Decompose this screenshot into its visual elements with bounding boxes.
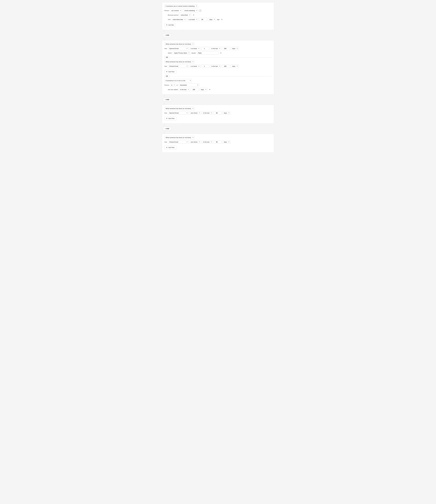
is-select[interactable]: is (170, 83, 176, 87)
subscribed-date-select[interactable]: subscribed date (171, 18, 186, 21)
because-close-btn[interactable]: ✕ (192, 14, 195, 16)
days-select-1[interactable]: days (208, 18, 216, 21)
condition-block-2: What someone has done (or not done) Has … (162, 40, 274, 95)
condition-type-select-1[interactable]: If someone can or cannot receive marketi… (164, 4, 198, 8)
and-btn-3[interactable]: + AND (163, 127, 171, 130)
time-range-select-1[interactable]: in the last (210, 47, 221, 50)
has-label-3: Has (164, 112, 167, 114)
or-btn-1[interactable]: OR (164, 56, 169, 59)
days-select-4[interactable]: days (223, 111, 230, 115)
equals-label: equals (191, 52, 196, 54)
frequency-select-4[interactable]: zero times (189, 140, 201, 144)
condition-row-2: What someone has done (or not done) (164, 42, 272, 46)
frequency-select-1[interactable]: is at least (189, 47, 200, 50)
can-receive-select[interactable]: can receive (170, 9, 182, 12)
and-connector-1: + AND (162, 34, 274, 37)
was-added-close-btn[interactable]: ✕ (208, 89, 211, 91)
added-time-select[interactable]: in the last (179, 88, 190, 91)
added-days-select[interactable]: days (200, 88, 207, 91)
filter-icon-3: ▼ (166, 117, 167, 119)
email-marketing-select[interactable]: email marketing (183, 9, 198, 12)
filter-icon-1: ▼ (166, 24, 167, 26)
frequency-select-2[interactable]: is at least (189, 64, 200, 68)
subscribed-select[interactable]: subscribed (179, 13, 191, 17)
add-filter-row-2: ▼ Add Filter (164, 69, 272, 73)
condition-type-select-2c[interactable]: If someone is in or not in a list (164, 79, 192, 82)
add-filter-row-4: ▼ Add Filter (164, 145, 272, 149)
condition-type-select-2b[interactable]: What someone has done (or not done) (164, 60, 195, 63)
condition-row-3: What someone has done (or not done) (164, 107, 272, 110)
has-opened-zero-row: Has Opened Email zero times in the last … (164, 111, 272, 115)
days-count-input-1[interactable] (199, 18, 207, 21)
frequency-select-3[interactable]: zero times (189, 111, 201, 115)
filter-icon-4: ▼ (166, 147, 167, 148)
event-select-clicked-4[interactable]: Clicked Email (168, 140, 188, 144)
condition-type-select-3[interactable]: What someone has done (or not done) (164, 107, 195, 110)
has-label-2b: Has (164, 65, 167, 67)
time-range-select-2[interactable]: in the last (210, 64, 221, 68)
condition-row-1: If someone can or cannot receive marketi… (164, 4, 272, 8)
event-select-opened[interactable]: Opened Email (168, 47, 188, 50)
equals-value-input[interactable] (197, 51, 218, 55)
add-filter-label-3: Add Filter (168, 117, 175, 119)
condition-block-4: What someone has done (or not done) Has … (162, 134, 274, 153)
has-label-2: Has (164, 48, 167, 49)
event-select-opened-3[interactable]: Opened Email (168, 111, 188, 115)
and-subscribed-row: And subscribed date is at least days ago… (168, 18, 272, 21)
days-select-3[interactable]: days (231, 64, 239, 68)
add-filter-label-1: Add filter (168, 24, 174, 26)
days-count-input-3[interactable] (222, 64, 230, 68)
condition-type-select-4[interactable]: What someone has done (or not done) (164, 136, 195, 139)
or-btn-2[interactable]: OR (164, 75, 169, 78)
time-range-select-3[interactable]: in the last (202, 111, 213, 115)
condition-row-4: What someone has done (or not done) (164, 136, 272, 139)
add-filter-btn-2[interactable]: ▼ Add Filter (164, 70, 176, 73)
add-filter-btn-3[interactable]: ▼ Add Filter (164, 117, 176, 120)
or-line-2 (169, 76, 272, 76)
info-icon-1: i (199, 9, 201, 12)
condition-row-2b: What someone has done (or not done) (164, 60, 272, 63)
person-label-1: Person (164, 10, 169, 11)
count-input-1[interactable] (201, 47, 209, 50)
days-select-5[interactable]: days (223, 140, 230, 144)
condition-row-2c: If someone is in or not in a list (164, 79, 272, 82)
property-select[interactable]: Apple Privacy Open (173, 51, 190, 55)
days-count-input-5[interactable] (214, 140, 222, 144)
condition-block-3: What someone has done (or not done) Has … (162, 105, 274, 124)
where-label: where (168, 52, 172, 54)
filter-icon-2: ▼ (166, 71, 167, 72)
has-label-4: Has (164, 141, 167, 143)
days-count-input-2[interactable] (222, 47, 230, 50)
in-label: in (176, 84, 178, 86)
or-divider-2: OR (164, 75, 272, 78)
and-connector-3: + AND (162, 127, 274, 130)
has-clicked-row: Has Clicked Email is at least in the las… (164, 64, 272, 68)
person-is-row: Person is in Newsletter (164, 83, 272, 87)
because-person-label: Because person (168, 14, 178, 16)
person-row-1: Person can receive email marketing i (164, 9, 272, 12)
and-btn-1[interactable]: + AND (163, 34, 171, 37)
add-filter-btn-1[interactable]: ▼ Add filter (164, 23, 176, 27)
condition-block-1: If someone can or cannot receive marketi… (162, 2, 274, 30)
is-at-least-select-1[interactable]: is at least (187, 18, 198, 21)
event-select-clicked[interactable]: Clicked Email (168, 64, 188, 68)
because-row: Because person subscribed ✕ (168, 13, 272, 17)
has-clicked-zero-row: Has Clicked Email zero times in the last… (164, 140, 272, 144)
added-days-input[interactable] (191, 88, 199, 91)
days-count-input-4[interactable] (214, 111, 222, 115)
added-label: and was added (168, 89, 178, 90)
days-select-2[interactable]: days (231, 47, 239, 50)
and-label-1: And (168, 19, 170, 20)
main-container: If someone can or cannot receive marketi… (162, 2, 274, 153)
count-input-2[interactable] (201, 64, 209, 68)
list-select[interactable]: Newsletter (179, 83, 199, 87)
add-filter-row-3: ▼ Add Filter (164, 116, 272, 120)
add-filter-row-1: ▼ Add filter (164, 22, 272, 27)
add-filter-label-2: Add Filter (168, 71, 175, 72)
time-range-select-4[interactable]: in the last (202, 140, 213, 144)
add-filter-btn-4[interactable]: ▼ Add Filter (164, 146, 176, 149)
and-btn-2[interactable]: + AND (163, 98, 171, 101)
condition-type-select-2[interactable]: What someone has done (or not done) (164, 42, 195, 46)
where-close-btn[interactable]: ✕ (219, 52, 222, 54)
and-subscribed-close-btn[interactable]: ✕ (220, 18, 223, 21)
